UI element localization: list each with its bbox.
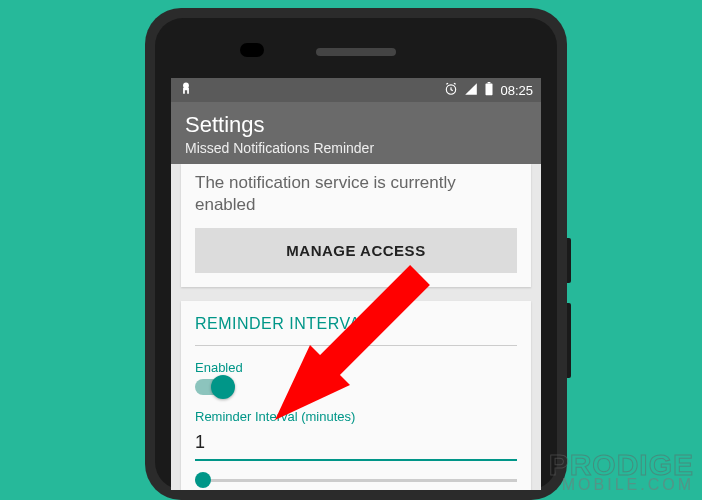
service-status-text: The notification service is currently en… xyxy=(195,164,517,228)
phone-power-button xyxy=(567,238,571,283)
earpiece-speaker xyxy=(316,48,396,56)
app-notification-icon xyxy=(179,82,193,99)
page-subtitle: Missed Notifications Reminder xyxy=(185,140,527,156)
battery-icon xyxy=(484,82,494,99)
alarm-icon xyxy=(444,82,458,99)
front-camera xyxy=(240,43,264,57)
interval-slider[interactable] xyxy=(195,479,517,482)
phone-volume-button xyxy=(567,303,571,378)
app-bar: Settings Missed Notifications Reminder xyxy=(171,102,541,164)
interval-label: Reminder Interval (minutes) xyxy=(195,409,517,424)
signal-icon xyxy=(464,82,478,99)
watermark-line2: MOBILE.COM xyxy=(549,478,694,492)
watermark-line1: PRODIGE xyxy=(549,451,694,478)
service-status-card: The notification service is currently en… xyxy=(181,164,531,287)
svg-rect-3 xyxy=(488,82,491,83)
divider xyxy=(195,345,517,346)
phone-frame: 08:25 Settings Missed Notifications Remi… xyxy=(145,8,567,500)
screen: 08:25 Settings Missed Notifications Remi… xyxy=(171,78,541,490)
enabled-label: Enabled xyxy=(195,360,517,375)
page-title: Settings xyxy=(185,112,527,138)
enabled-toggle[interactable] xyxy=(195,379,233,395)
reminder-interval-card: REMINDER INTERVAL Enabled Reminder Inter… xyxy=(181,301,531,490)
slider-thumb[interactable] xyxy=(195,472,211,488)
manage-access-button[interactable]: MANAGE ACCESS xyxy=(195,228,517,273)
clock-text: 08:25 xyxy=(500,83,533,98)
section-title-reminder-interval: REMINDER INTERVAL xyxy=(195,301,517,341)
svg-point-0 xyxy=(183,82,189,88)
toggle-thumb xyxy=(211,375,235,399)
interval-input[interactable] xyxy=(195,428,517,461)
svg-rect-2 xyxy=(486,83,493,95)
phone-bezel: 08:25 Settings Missed Notifications Remi… xyxy=(155,18,557,490)
content-area: The notification service is currently en… xyxy=(171,164,541,490)
status-bar: 08:25 xyxy=(171,78,541,102)
watermark: PRODIGE MOBILE.COM xyxy=(549,451,694,492)
